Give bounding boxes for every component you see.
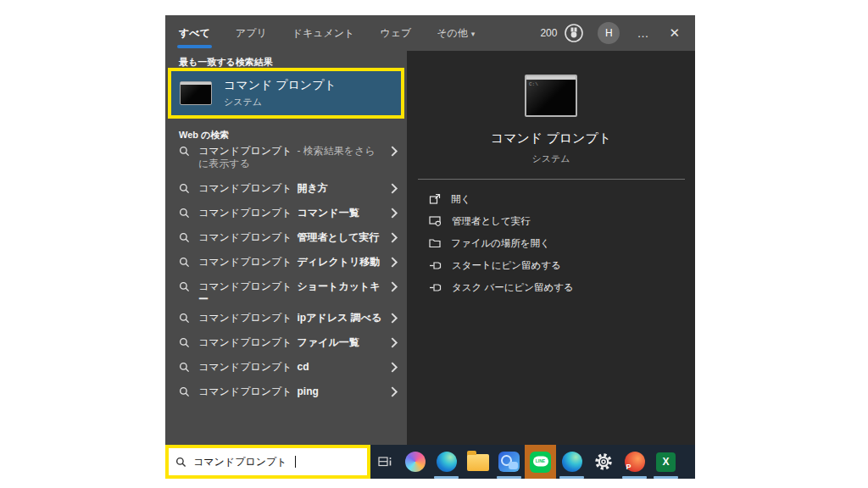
best-match-title: コマンド プロンプト [224,78,337,93]
search-icon [179,281,190,292]
search-icon [179,232,190,243]
task-view-icon[interactable] [370,445,399,479]
more-options-button[interactable]: … [633,25,652,42]
taskbar-search-input[interactable]: コマンドプロンプト [165,445,370,479]
pin-to-start-icon [429,260,442,271]
excel-icon[interactable]: X [650,445,682,479]
search-icon [179,146,190,157]
settings-icon[interactable] [587,445,619,479]
suggestion-item[interactable]: コマンドプロンプトipアドレス 調べる [165,306,407,330]
running-indicator [497,476,521,479]
chevron-right-icon[interactable] [390,183,398,194]
web-search-suggestions: コマンドプロンプト- 検索結果をさらに表示する コマンドプロンプト開き方 コマン… [165,139,407,404]
start-search-flyout: すべて アプリ ドキュメント ウェブ その他▾ 200 H … ✕ [165,15,695,445]
chevron-right-icon[interactable] [390,208,398,219]
suggestion-item[interactable]: コマンドプロンプトcd [165,355,407,380]
chevron-right-icon[interactable] [390,386,398,397]
preview-actions: 開く 管理者として実行 ファイルの場所を開く スタートにピン留めする タスク バ… [407,180,695,298]
edge-icon-2[interactable] [556,445,587,479]
account-avatar[interactable]: H [598,22,620,44]
running-indicator [654,476,678,479]
tab-documents[interactable]: ドキュメント [291,21,357,46]
copilot-icon[interactable] [399,445,431,479]
rewards-medal-icon[interactable] [564,23,584,43]
search-icon [179,257,190,268]
suggestion-item[interactable]: コマンドプロンプトコマンド一覧 [165,201,407,225]
suggestion-item[interactable]: コマンドプロンプトディレクトリ移動 [165,250,407,274]
chevron-right-icon[interactable] [390,337,398,348]
text-cursor [295,456,296,468]
running-indicator [434,476,459,479]
running-indicator [559,476,584,479]
action-pin-to-start[interactable]: スタートにピン留めする [429,254,695,276]
chevron-right-icon[interactable] [390,146,398,157]
tab-more[interactable]: その他▾ [435,21,476,46]
command-prompt-icon [180,81,212,105]
search-input-value: コマンドプロンプト [193,455,287,469]
chevron-down-icon: ▾ [471,30,476,38]
search-icon [179,183,190,194]
search-tabs-strip: すべて アプリ ドキュメント ウェブ その他▾ 200 H … ✕ [165,15,695,51]
powerpoint-icon[interactable] [619,445,650,479]
media-app-icon[interactable] [493,445,525,479]
suggestion-item[interactable]: コマンドプロンプトファイル一覧 [165,330,407,355]
chevron-right-icon[interactable] [390,232,398,243]
chevron-right-icon[interactable] [390,362,398,373]
edge-icon[interactable] [431,445,462,479]
search-icon [179,386,190,397]
search-icon [175,457,186,468]
preview-subtitle: システム [531,152,570,165]
search-icon [179,337,190,348]
tab-all[interactable]: すべて [177,21,212,46]
pin-to-taskbar-icon [429,282,442,293]
suggestion-item[interactable]: コマンドプロンプト開き方 [165,176,407,201]
screenshot-stage: すべて アプリ ドキュメント ウェブ その他▾ 200 H … ✕ [0,0,868,488]
suggestion-item[interactable]: コマンドプロンプト- 検索結果をさらに表示する [165,139,407,176]
suggestion-item[interactable]: コマンドプロンプトping [165,380,407,404]
open-icon [429,193,441,205]
close-icon[interactable]: ✕ [665,24,683,42]
file-explorer-icon[interactable] [462,445,493,479]
preview-panel: コマンド プロンプト システム 開く 管理者として実行 ファイルの場所を開く [407,51,695,445]
line-icon[interactable] [525,445,556,479]
search-icon [179,313,190,324]
file-location-icon [429,237,441,249]
running-indicator [622,476,647,479]
chevron-right-icon[interactable] [390,313,398,324]
best-match-result[interactable]: コマンド プロンプト システム [168,68,404,119]
run-as-admin-icon [429,215,442,227]
action-open-file-location[interactable]: ファイルの場所を開く [429,232,695,254]
action-open[interactable]: 開く [429,188,695,210]
rewards-points: 200 [540,27,557,39]
action-pin-to-taskbar[interactable]: タスク バーにピン留めする [429,276,695,298]
command-prompt-icon-large [525,75,577,117]
strip-right-controls: 200 H … ✕ [540,22,683,44]
chevron-right-icon[interactable] [390,257,398,268]
preview-title: コマンド プロンプト [491,130,611,147]
tab-web[interactable]: ウェブ [378,21,413,46]
suggestion-item[interactable]: コマンドプロンプト管理者として実行 [165,225,407,250]
chevron-right-icon[interactable] [390,281,398,292]
search-results-column: 最も一致する検索結果 コマンド プロンプト システム Web の検索 コマンドプ… [165,51,407,445]
search-icon [179,362,190,373]
action-run-as-admin[interactable]: 管理者として実行 [429,210,695,232]
search-icon [179,208,190,219]
best-match-subtitle: システム [224,96,337,108]
taskbar: コマンドプロンプト [165,445,695,479]
tab-apps[interactable]: アプリ [234,21,269,46]
suggestion-item[interactable]: コマンドプロンプトショートカットキー [165,274,407,306]
